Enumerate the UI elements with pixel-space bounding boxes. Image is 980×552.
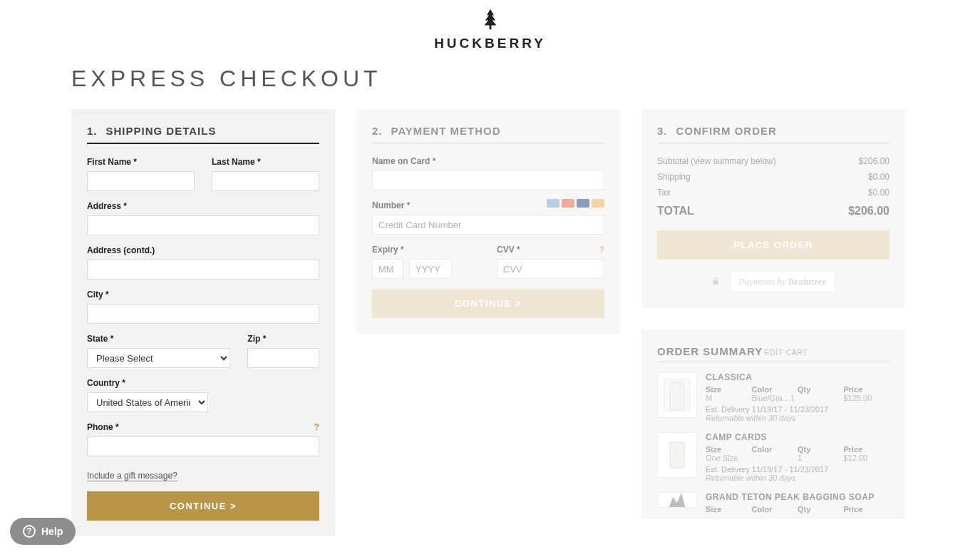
step-title: PAYMENT METHOD [391,125,501,137]
brand-logo: HUCKBERRY [71,7,909,51]
city-label: City * [87,290,319,300]
total-value: $206.00 [848,205,889,218]
phone-input[interactable] [87,436,319,456]
expiry-yyyy-input[interactable] [409,259,452,279]
address-input[interactable] [87,215,319,235]
svg-rect-1 [670,442,684,468]
brand-name: HUCKBERRY [71,36,909,51]
shipping-panel: 1. SHIPPING DETAILS First Name * Last Na… [71,109,335,536]
name-on-card-label: Name on Card * [372,156,604,166]
tax-value: $0.00 [868,188,889,198]
country-select[interactable]: United States of America [87,392,208,412]
return-policy: Returnable within 30 days [706,474,889,482]
phone-label: Phone * ? [87,422,319,432]
country-label: Country * [87,378,208,388]
delivery-estimate: Est. Delivery 11/19/17 - 11/23/2017 [706,405,889,414]
step-title: CONFIRM ORDER [676,125,777,137]
order-summary-title: ORDER SUMMARY [657,345,763,357]
confirm-panel: 3. CONFIRM ORDER Subtotal (view summary … [641,109,905,308]
last-name-input[interactable] [212,171,319,191]
step-number: 1. [87,125,98,137]
return-policy: Returnable within 30 days [706,414,889,422]
state-label: State * [87,334,230,344]
address2-label: Address (contd.) [87,245,319,255]
zip-label: Zip * [247,334,319,344]
lock-icon [711,277,720,287]
product-name: CAMP CARDS [706,432,889,442]
order-item: CAMP CARDS SizeOne Size Color Qty1 Price… [657,432,889,482]
order-item: GRAND TETON PEAK BAGGING SOAP Size Color… [657,492,889,516]
product-thumbnail [657,432,697,478]
city-input[interactable] [87,304,319,324]
card-number-input[interactable] [372,215,604,235]
zip-input[interactable] [247,348,319,368]
card-brand-icons [547,199,604,208]
cvv-help-icon[interactable]: ? [599,245,604,255]
subtotal-value: $206.00 [859,156,889,166]
total-label: TOTAL [657,205,694,218]
last-name-label: Last Name * [212,157,319,167]
address2-input[interactable] [87,260,319,280]
discover-icon [592,199,604,208]
tree-icon [478,7,502,34]
amex-icon [547,199,559,208]
tax-label: Tax [657,188,671,198]
card-number-label: Number * [372,200,604,210]
product-thumbnail [657,372,697,418]
visa-icon [577,199,589,208]
first-name-label: First Name * [87,157,195,167]
payment-continue-button[interactable]: CONTINUE > [372,289,604,318]
shipping-cost-value: $0.00 [868,172,889,182]
shipping-continue-button[interactable]: CONTINUE > [87,491,319,521]
subtotal-label: Subtotal (view summary below) [657,156,776,166]
mastercard-icon [562,199,574,208]
order-item: CLASSICA SizeM ColorBlue/Gra…1 Qty Price… [657,372,889,422]
step-title: SHIPPING DETAILS [106,125,217,137]
product-name: CLASSICA [706,372,889,382]
page-title: EXPRESS CHECKOUT [71,66,909,92]
product-thumbnail [657,492,697,508]
delivery-estimate: Est. Delivery 11/19/17 - 11/23/2017 [706,465,889,474]
product-name: GRAND TETON PEAK BAGGING SOAP [706,492,889,502]
payment-panel: 2. PAYMENT METHOD Name on Card * Number … [356,109,620,334]
step-number: 2. [372,125,383,137]
address-label: Address * [87,201,319,211]
cvv-input[interactable] [497,259,604,279]
phone-help-icon[interactable]: ? [314,422,319,432]
order-summary-panel: ORDER SUMMARY EDIT CART CLASSICA SizeM C… [641,329,905,519]
gift-message-link[interactable]: Include a gift message? [87,471,177,481]
step-number: 3. [657,125,668,137]
first-name-input[interactable] [87,171,195,191]
help-button[interactable]: ? Help [10,518,76,545]
cvv-label: CVV * ? [497,245,604,255]
help-icon: ? [23,525,36,538]
edit-cart-link[interactable]: EDIT CART [764,349,808,357]
shipping-cost-label: Shipping [657,172,691,182]
place-order-button[interactable]: PLACE ORDER [657,230,889,260]
payment-processor-badge: Payments by Braintree [657,271,889,292]
name-on-card-input[interactable] [372,170,604,190]
expiry-mm-input[interactable] [372,259,403,279]
expiry-label: Expiry * [372,245,480,255]
state-select[interactable]: Please Select [87,348,230,368]
